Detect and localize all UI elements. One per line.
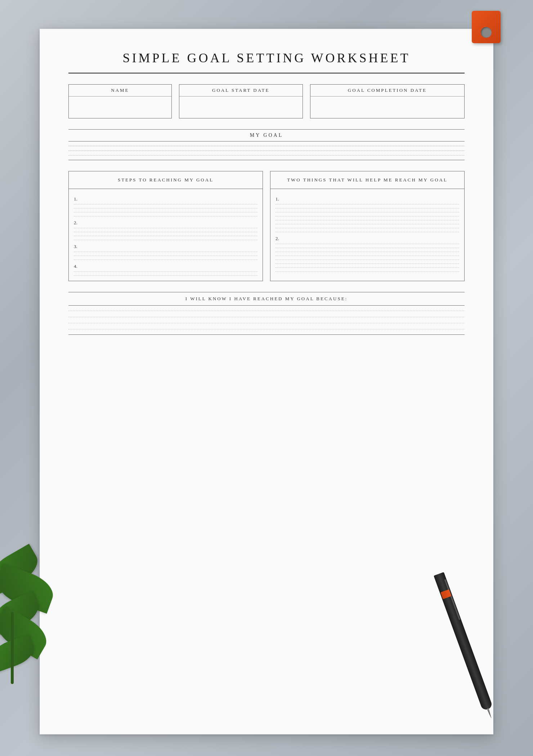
- step-item-3: 3.: [74, 244, 257, 260]
- name-label: NAME: [69, 85, 171, 96]
- steps-column: STEPS TO REACHING MY GOAL 1. 2.: [68, 171, 263, 281]
- step-item-4: 4.: [74, 264, 257, 276]
- step-number-1: 1.: [74, 196, 257, 202]
- start-date-input-area[interactable]: [179, 96, 303, 118]
- thing-1-lines: [276, 204, 459, 232]
- steps-content: 1. 2.: [69, 189, 263, 281]
- goal-line-3: [68, 155, 465, 156]
- completion-date-label: GOAL COMPLETION DATE: [310, 85, 464, 96]
- step-4-lines: [74, 271, 257, 276]
- my-goal-section: MY GOAL: [68, 129, 465, 160]
- step-1-lines: [74, 204, 257, 216]
- plant-decoration: [0, 558, 61, 684]
- step-3-lines: [74, 252, 257, 260]
- start-date-label: GOAL START DATE: [179, 85, 303, 96]
- two-things-column: TWO THINGS THAT WILL HELP ME REACH MY GO…: [270, 171, 465, 281]
- step-2-lines: [74, 228, 257, 240]
- step-number-3: 3.: [74, 244, 257, 249]
- step-number-4: 4.: [74, 264, 257, 269]
- thing-number-2: 2.: [276, 236, 459, 242]
- worksheet-title: SIMPLE GOAL SETTING WORKSHEET: [68, 50, 465, 66]
- pencil-sharpener-decoration: [468, 4, 504, 47]
- completion-date-field-box: GOAL COMPLETION DATE: [310, 84, 465, 118]
- step-item-1: 1.: [74, 196, 257, 216]
- bottom-header: I WILL KNOW I HAVE REACHED MY GOAL BECAU…: [68, 292, 465, 306]
- thing-2-lines: [276, 244, 459, 272]
- title-divider: [68, 73, 465, 73]
- bottom-lines: [68, 311, 465, 329]
- two-things-content: 1. 2.: [270, 189, 464, 277]
- two-things-header: TWO THINGS THAT WILL HELP ME REACH MY GO…: [270, 171, 464, 189]
- completion-date-input-area[interactable]: [310, 96, 464, 118]
- fields-row: NAME GOAL START DATE GOAL COMPLETION DAT…: [68, 84, 465, 118]
- bottom-section: I WILL KNOW I HAVE REACHED MY GOAL BECAU…: [68, 292, 465, 335]
- thing-item-2: 2.: [276, 236, 459, 272]
- step-number-2: 2.: [74, 220, 257, 226]
- step-item-2: 2.: [74, 220, 257, 240]
- start-date-field-box: GOAL START DATE: [179, 84, 303, 118]
- thing-number-1: 1.: [276, 196, 459, 202]
- thing-item-1: 1.: [276, 196, 459, 232]
- worksheet-paper: SIMPLE GOAL SETTING WORKSHEET NAME GOAL …: [40, 29, 493, 734]
- goal-line-1: [68, 146, 465, 146]
- name-input-area[interactable]: [69, 96, 171, 118]
- goal-line-2: [68, 150, 465, 151]
- goal-section-bottom: [68, 160, 465, 160]
- steps-header: STEPS TO REACHING MY GOAL: [69, 171, 263, 189]
- two-col-section: STEPS TO REACHING MY GOAL 1. 2.: [68, 171, 465, 281]
- my-goal-header: MY GOAL: [68, 129, 465, 141]
- name-field-box: NAME: [68, 84, 172, 118]
- bottom-final-line: [68, 334, 465, 335]
